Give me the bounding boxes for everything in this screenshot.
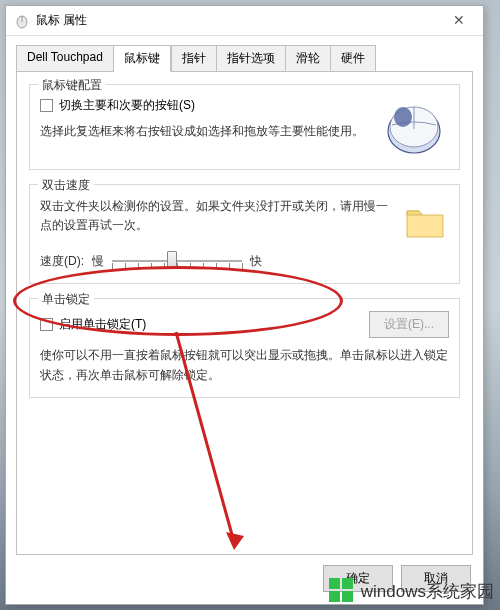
- tab-panel: 鼠标键配置 切换主要和次要的按钮(S) 选择此复选框来将右按钮设成如选择和拖放等…: [16, 71, 473, 555]
- clicklock-label[interactable]: 启用单击锁定(T): [40, 316, 359, 333]
- close-button[interactable]: ✕: [439, 8, 479, 32]
- tab-strip: Dell Touchpad 鼠标键 指针 指针选项 滑轮 硬件: [6, 36, 483, 71]
- tab-wheel[interactable]: 滑轮: [286, 45, 331, 72]
- folder-test-icon[interactable]: [401, 197, 449, 245]
- clicklock-settings-button: 设置(E)...: [369, 311, 449, 338]
- group-click-lock: 单击锁定 启用单击锁定(T) 设置(E)... 使你可以不用一直按着鼠标按钮就可…: [29, 298, 460, 397]
- slow-label: 慢: [92, 253, 104, 270]
- fast-label: 快: [250, 253, 262, 270]
- windows-logo-icon: [329, 578, 355, 604]
- window-title: 鼠标 属性: [36, 12, 87, 29]
- tab-mouse-buttons[interactable]: 鼠标键: [114, 45, 171, 72]
- speed-slider[interactable]: [112, 251, 242, 271]
- watermark: windows系统家园: [329, 578, 494, 604]
- swap-buttons-checkbox[interactable]: [40, 99, 53, 112]
- mouse-illustration: [379, 97, 449, 157]
- watermark-text: windows系统家园: [361, 580, 494, 603]
- group-legend: 双击速度: [38, 177, 94, 194]
- group-button-config: 鼠标键配置 切换主要和次要的按钮(S) 选择此复选框来将右按钮设成如选择和拖放等…: [29, 84, 460, 170]
- svg-marker-6: [226, 532, 244, 550]
- tab-pointer-options[interactable]: 指针选项: [217, 45, 286, 72]
- tab-hardware[interactable]: 硬件: [331, 45, 376, 72]
- speed-desc: 双击文件夹以检测你的设置。如果文件夹没打开或关闭，请用慢一点的设置再试一次。: [40, 197, 391, 235]
- title-bar[interactable]: 鼠标 属性 ✕: [6, 6, 483, 36]
- swap-buttons-text: 切换主要和次要的按钮(S): [59, 97, 195, 114]
- speed-label: 速度(D):: [40, 253, 84, 270]
- mouse-icon: [14, 13, 30, 29]
- slider-thumb[interactable]: [167, 251, 177, 269]
- group-double-click-speed: 双击速度 双击文件夹以检测你的设置。如果文件夹没打开或关闭，请用慢一点的设置再试…: [29, 184, 460, 284]
- tab-dell-touchpad[interactable]: Dell Touchpad: [16, 45, 114, 72]
- mouse-properties-dialog: 鼠标 属性 ✕ Dell Touchpad 鼠标键 指针 指针选项 滑轮 硬件 …: [5, 5, 484, 605]
- clicklock-desc: 使你可以不用一直按着鼠标按钮就可以突出显示或拖拽。单击鼠标以进入锁定状态，再次单…: [40, 346, 449, 384]
- swap-buttons-label[interactable]: 切换主要和次要的按钮(S): [40, 97, 369, 114]
- tab-pointer[interactable]: 指针: [171, 45, 217, 72]
- clicklock-text: 启用单击锁定(T): [59, 316, 146, 333]
- speed-slider-row: 速度(D): 慢: [40, 251, 391, 271]
- clicklock-checkbox[interactable]: [40, 318, 53, 331]
- swap-buttons-desc: 选择此复选框来将右按钮设成如选择和拖放等主要性能使用。: [40, 122, 369, 141]
- svg-point-4: [394, 107, 412, 127]
- group-legend: 鼠标键配置: [38, 77, 106, 94]
- group-legend: 单击锁定: [38, 291, 94, 308]
